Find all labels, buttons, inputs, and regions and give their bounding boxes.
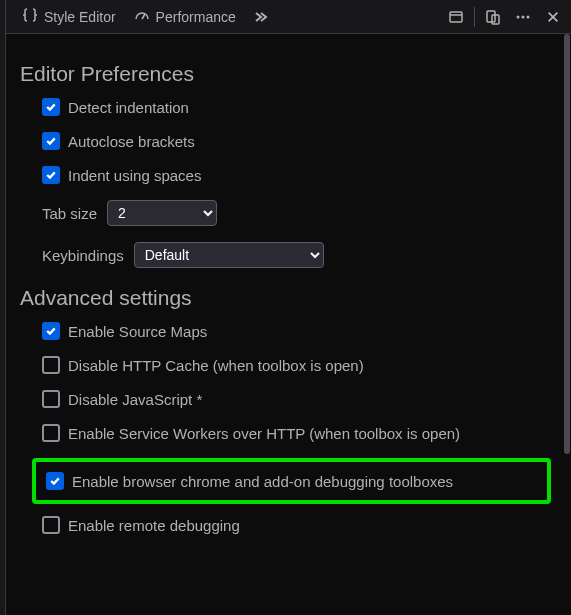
checkbox-enable-source-maps[interactable] [42, 322, 60, 340]
svg-rect-3 [487, 11, 495, 22]
iframe-picker-icon[interactable] [442, 3, 470, 31]
performance-icon [134, 7, 150, 26]
tab-style-editor[interactable]: Style Editor [14, 0, 124, 33]
checkbox-detect-indentation[interactable] [42, 98, 60, 116]
responsive-mode-icon[interactable] [479, 3, 507, 31]
field-tab-size: Tab size 2 [42, 200, 551, 226]
checkbox-enable-chrome-debugging[interactable] [46, 472, 64, 490]
svg-point-6 [522, 15, 525, 18]
svg-point-5 [517, 15, 520, 18]
overflow-tabs-icon[interactable] [246, 3, 274, 31]
tab-label: Performance [156, 9, 236, 25]
field-keybindings: Keybindings Default [42, 242, 551, 268]
tab-label: Style Editor [44, 9, 116, 25]
advanced-settings-heading: Advanced settings [20, 286, 551, 310]
option-label: Disable JavaScript * [68, 391, 202, 408]
option-autoclose-brackets[interactable]: Autoclose brackets [42, 132, 551, 150]
checkbox-disable-javascript[interactable] [42, 390, 60, 408]
checkbox-service-workers-http[interactable] [42, 424, 60, 442]
option-enable-source-maps[interactable]: Enable Source Maps [42, 322, 551, 340]
svg-point-7 [527, 15, 530, 18]
option-label: Enable Source Maps [68, 323, 207, 340]
option-detect-indentation[interactable]: Detect indentation [42, 98, 551, 116]
option-label: Detect indentation [68, 99, 189, 116]
svg-line-0 [142, 14, 145, 19]
field-label: Tab size [42, 205, 97, 222]
scrollbar[interactable] [563, 34, 571, 615]
option-label: Enable remote debugging [68, 517, 240, 534]
kebab-menu-icon[interactable] [509, 3, 537, 31]
option-disable-http-cache[interactable]: Disable HTTP Cache (when toolbox is open… [42, 356, 551, 374]
panel-left-edge [0, 0, 6, 615]
checkbox-disable-http-cache[interactable] [42, 356, 60, 374]
option-enable-chrome-debugging[interactable]: Enable browser chrome and add-on debuggi… [32, 458, 551, 504]
keybindings-select[interactable]: Default [134, 242, 324, 268]
settings-panel: Editor Preferences Detect indentation Au… [0, 34, 571, 615]
option-enable-remote-debugging[interactable]: Enable remote debugging [42, 516, 551, 534]
option-label: Autoclose brackets [68, 133, 195, 150]
checkbox-enable-remote-debugging[interactable] [42, 516, 60, 534]
option-service-workers-http[interactable]: Enable Service Workers over HTTP (when t… [42, 424, 551, 442]
checkbox-indent-using-spaces[interactable] [42, 166, 60, 184]
style-editor-icon [22, 7, 38, 26]
devtools-toolbar: Style Editor Performance [0, 0, 571, 34]
field-label: Keybindings [42, 247, 124, 264]
checkbox-autoclose-brackets[interactable] [42, 132, 60, 150]
svg-rect-1 [450, 12, 462, 22]
option-label: Disable HTTP Cache (when toolbox is open… [68, 357, 364, 374]
tab-size-select[interactable]: 2 [107, 200, 217, 226]
scrollbar-thumb[interactable] [564, 34, 570, 454]
option-indent-using-spaces[interactable]: Indent using spaces [42, 166, 551, 184]
option-label: Indent using spaces [68, 167, 201, 184]
editor-preferences-heading: Editor Preferences [20, 62, 551, 86]
close-icon[interactable] [539, 3, 567, 31]
option-disable-javascript[interactable]: Disable JavaScript * [42, 390, 551, 408]
option-label: Enable browser chrome and add-on debuggi… [72, 473, 453, 490]
option-label: Enable Service Workers over HTTP (when t… [68, 425, 460, 442]
toolbar-divider [474, 7, 475, 27]
tab-performance[interactable]: Performance [126, 0, 244, 33]
